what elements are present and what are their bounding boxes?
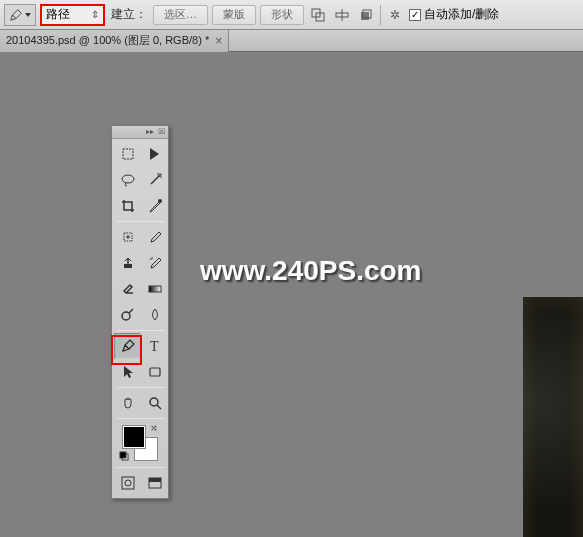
mode-dropdown[interactable]: 路径 ⇕ — [40, 4, 105, 26]
make-mask-button[interactable]: 蒙版 — [212, 5, 256, 25]
document-image — [523, 297, 583, 537]
svg-rect-18 — [149, 286, 161, 292]
canvas-area — [0, 52, 583, 537]
svg-rect-27 — [122, 477, 134, 489]
path-overlap-icon[interactable] — [308, 5, 328, 25]
document-title: 20104395.psd @ 100% (图层 0, RGB/8) * — [6, 33, 209, 48]
healing-brush-tool[interactable] — [114, 224, 141, 250]
options-bar: 路径 ⇕ 建立： 选区… 蒙版 形状 ✲ ✓ 自动添加/删除 — [0, 0, 583, 30]
foreground-color-swatch[interactable] — [122, 425, 146, 449]
type-tool[interactable]: T — [141, 333, 168, 359]
svg-rect-22 — [150, 368, 160, 376]
move-tool[interactable] — [114, 141, 141, 167]
svg-line-8 — [151, 176, 159, 184]
divider — [380, 5, 381, 25]
make-selection-button[interactable]: 选区… — [153, 5, 208, 25]
brush-tool[interactable] — [141, 224, 168, 250]
auto-add-delete-checkbox[interactable]: ✓ 自动添加/删除 — [409, 6, 499, 23]
separator — [117, 330, 165, 331]
gear-icon[interactable]: ✲ — [385, 5, 405, 25]
clone-stamp-tool[interactable] — [114, 250, 141, 276]
pen-icon — [9, 8, 23, 22]
path-arrange-icon[interactable] — [356, 5, 376, 25]
crop-tool[interactable] — [114, 193, 141, 219]
default-colors-icon[interactable] — [119, 451, 129, 461]
color-swatches[interactable]: ⤭ — [114, 421, 168, 465]
mode-value: 路径 — [46, 6, 70, 23]
make-shape-button[interactable]: 形状 — [260, 5, 304, 25]
path-selection-tool[interactable] — [114, 359, 141, 385]
close-icon[interactable]: ☒ — [158, 128, 165, 136]
watermark-text: www.240PS.com — [200, 255, 422, 287]
magic-wand-tool[interactable] — [141, 167, 168, 193]
pen-tool[interactable] — [114, 333, 141, 359]
svg-point-12 — [158, 199, 162, 203]
chevron-updown-icon: ⇕ — [91, 9, 99, 20]
path-align-icon[interactable] — [332, 5, 352, 25]
svg-rect-4 — [361, 12, 369, 20]
document-tab-bar: 20104395.psd @ 100% (图层 0, RGB/8) * × — [0, 30, 583, 52]
tool-preset-picker[interactable] — [4, 4, 36, 26]
shape-tool[interactable] — [141, 359, 168, 385]
separator — [117, 467, 165, 468]
eyedropper-tool[interactable] — [141, 193, 168, 219]
auto-add-delete-label: 自动添加/删除 — [424, 6, 499, 23]
svg-point-28 — [125, 480, 131, 486]
zoom-tool[interactable] — [141, 390, 168, 416]
svg-text:T: T — [150, 339, 159, 354]
eraser-tool[interactable] — [114, 276, 141, 302]
svg-line-24 — [157, 405, 161, 409]
svg-rect-6 — [123, 149, 133, 159]
dodge-tool[interactable] — [114, 302, 141, 328]
tools-panel-header[interactable]: ▸▸ ☒ — [112, 126, 168, 139]
tools-panel: ▸▸ ☒ T ⤭ — [111, 125, 169, 499]
document-tab[interactable]: 20104395.psd @ 100% (图层 0, RGB/8) * × — [0, 30, 229, 52]
separator — [117, 418, 165, 419]
separator — [117, 221, 165, 222]
close-icon[interactable]: × — [215, 34, 222, 48]
make-label: 建立： — [111, 6, 147, 23]
swap-colors-icon[interactable]: ⤭ — [150, 423, 158, 433]
quickmask-toggle[interactable] — [114, 470, 141, 496]
svg-point-9 — [158, 175, 160, 177]
svg-point-7 — [122, 175, 134, 183]
svg-line-20 — [129, 309, 133, 313]
history-brush-tool[interactable] — [141, 250, 168, 276]
gradient-tool[interactable] — [141, 276, 168, 302]
artboard-tool[interactable] — [141, 141, 168, 167]
screenmode-toggle[interactable] — [141, 470, 168, 496]
svg-rect-16 — [124, 264, 132, 268]
svg-rect-26 — [120, 452, 126, 458]
checkmark-icon: ✓ — [409, 9, 421, 21]
lasso-tool[interactable] — [114, 167, 141, 193]
hand-tool[interactable] — [114, 390, 141, 416]
separator — [117, 387, 165, 388]
svg-point-23 — [150, 398, 158, 406]
svg-point-19 — [122, 312, 130, 320]
collapse-icon[interactable]: ▸▸ — [146, 128, 154, 136]
chevron-down-icon — [25, 12, 31, 18]
blur-tool[interactable] — [141, 302, 168, 328]
svg-rect-29 — [149, 478, 161, 482]
